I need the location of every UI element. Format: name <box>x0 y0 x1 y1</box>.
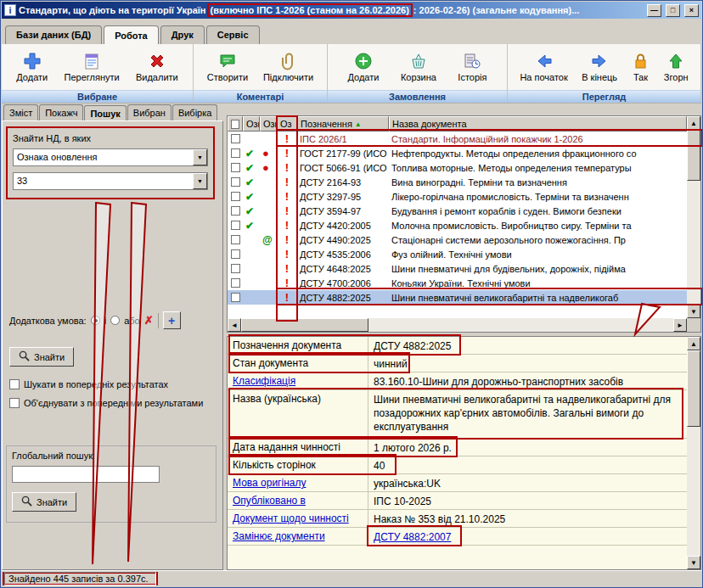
basket-button[interactable]: Корзина <box>397 50 440 84</box>
validity-document-link[interactable]: Документ щодо чинності <box>228 510 368 527</box>
scrollbar-thumb[interactable] <box>241 318 368 332</box>
checkbox-icon[interactable] <box>9 398 20 408</box>
scroll-up-icon[interactable]: ▲ <box>687 337 700 350</box>
add-favorite-button[interactable]: Додати <box>13 50 51 84</box>
header-ozn1[interactable]: Озн <box>243 116 260 132</box>
updated-check-icon <box>243 247 260 261</box>
table-row[interactable]: ✔ ! ДСТУ 4420:2005 Молочна промисловість… <box>228 218 687 232</box>
add-condition-button[interactable]: + <box>163 311 181 329</box>
radio-or[interactable] <box>110 316 120 325</box>
arrow-up-green-icon <box>666 52 685 70</box>
details-rows: Позначення документа ДСТУ 4882:2025 Стан… <box>228 337 687 546</box>
row-checkbox[interactable] <box>231 148 240 158</box>
row-checkbox[interactable] <box>231 278 240 288</box>
table-row-selected[interactable]: ! ДСТУ 4882:2025 Шини пневматичні велико… <box>228 290 687 305</box>
merge-previous-option[interactable]: Об'єднувати з попередніми результатами <box>9 398 203 408</box>
tab-selection[interactable]: Вибірка <box>172 104 218 120</box>
create-comment-button[interactable]: Створити <box>204 50 251 84</box>
search-field-combobox[interactable]: Ознака оновлення ▼ <box>13 148 208 166</box>
tab-print[interactable]: Друк <box>160 25 205 44</box>
collapse-button[interactable]: Згорн <box>661 50 692 84</box>
row-checkbox[interactable] <box>231 221 240 230</box>
scroll-up-icon[interactable]: ▲ <box>687 116 700 130</box>
tab-contents[interactable]: Зміст <box>3 104 38 120</box>
close-button[interactable]: × <box>684 4 699 17</box>
global-find-button[interactable]: Знайти <box>12 492 76 512</box>
row-checkbox[interactable] <box>231 163 240 172</box>
replaced-document-link[interactable]: ДСТУ 4882:2007 <box>368 528 687 545</box>
table-row[interactable]: ! ІПС 2026/1 Стандарти. Інформаційний по… <box>228 132 687 146</box>
original-language-link[interactable]: Мова оригіналу <box>228 474 368 491</box>
row-checkbox[interactable] <box>231 249 240 259</box>
clear-condition-icon[interactable]: ✗ <box>144 314 154 327</box>
table-row[interactable]: ! ДСТУ 4648:2025 Шини пневматичні для бу… <box>228 261 687 276</box>
row-checkbox[interactable] <box>231 235 240 244</box>
header-oz[interactable]: Оз <box>277 116 297 132</box>
search-value-combobox[interactable]: 33 ▼ <box>13 172 208 190</box>
dropdown-arrow-icon[interactable]: ▼ <box>193 173 207 189</box>
arrow-left-blue-icon <box>535 52 554 70</box>
global-search-input[interactable] <box>12 466 160 483</box>
row-checkbox[interactable] <box>231 264 240 273</box>
header-name[interactable]: Назва документа <box>389 116 687 132</box>
attach-comment-button[interactable]: Підключити <box>260 50 317 84</box>
scrollbar-thumb[interactable] <box>687 130 700 181</box>
classification-link[interactable]: Класифікація <box>228 372 368 389</box>
replaces-documents-link[interactable]: Замінює документи <box>228 528 368 545</box>
table-row[interactable]: ! ДСТУ 4535:2006 Фуз олійний. Технічні у… <box>228 247 687 261</box>
checkbox-icon[interactable] <box>9 379 20 389</box>
scroll-down-icon[interactable]: ▼ <box>687 556 700 569</box>
published-in-link[interactable]: Опубліковано в <box>228 492 368 509</box>
checkbox-icon[interactable] <box>231 120 239 129</box>
view-favorite-button[interactable]: Переглянути <box>61 50 123 84</box>
table-row[interactable]: ✔ ! ДСТУ 3297-95 Лікеро-горілчана промис… <box>228 189 687 204</box>
table-vertical-scrollbar[interactable]: ▲ ▼ <box>687 116 700 318</box>
scroll-down-icon[interactable]: ▼ <box>687 305 700 318</box>
minimize-button[interactable]: — <box>647 4 661 17</box>
table-row[interactable]: ✔ ! ДСТУ 2164-93 Вина виноградні. Термін… <box>228 175 687 189</box>
details-vertical-scrollbar[interactable]: ▲ ▼ <box>687 337 700 569</box>
left-panel-tabs: Зміст Покажч Пошук Вибран Вибірка <box>2 104 225 120</box>
tab-search[interactable]: Пошук <box>84 105 126 121</box>
mark-icon <box>260 132 277 146</box>
scroll-right-icon[interactable]: ► <box>673 318 687 332</box>
tab-databases[interactable]: Бази даних (БД) <box>5 25 102 44</box>
scrollbar-thumb[interactable] <box>687 350 700 427</box>
annotation-search-box: Знайти НД, в яких Ознака оновлення ▼ 33 … <box>6 126 215 199</box>
scroll-left-icon[interactable]: ◄ <box>228 318 241 332</box>
table-row[interactable]: ✔ ● ! ГОСТ 5066-91 (ИСО 3 Топлива моторн… <box>228 160 687 175</box>
find-button[interactable]: Знайти <box>9 347 74 367</box>
table-row[interactable]: ✔ ● ! ГОСТ 2177-99 (ИСО 3 Нефтепродукты.… <box>228 146 687 160</box>
search-previous-option[interactable]: Шукати в попередніх результатах <box>9 379 168 389</box>
detail-value-status: чинний <box>368 355 687 372</box>
row-checkbox[interactable] <box>231 293 240 302</box>
tab-chosen[interactable]: Вибран <box>127 104 172 120</box>
delete-favorite-button[interactable]: Видалити <box>132 50 182 84</box>
maximize-button[interactable]: □ <box>666 4 680 17</box>
dropdown-arrow-icon[interactable]: ▼ <box>193 149 207 165</box>
table-row[interactable]: @ ! ДСТУ 4490:2025 Стаціонарні системи а… <box>228 232 687 247</box>
radio-and[interactable] <box>91 316 100 325</box>
comment-bubble-icon <box>218 52 237 70</box>
go-first-button[interactable]: На початок <box>516 50 571 84</box>
table-row[interactable]: ✔ ! ДСТУ 3594-97 Будування і ремонт кора… <box>228 204 687 218</box>
go-last-button[interactable]: В кінець <box>578 50 621 84</box>
tab-service[interactable]: Сервіс <box>206 25 260 44</box>
row-checkbox[interactable] <box>231 192 240 201</box>
table-horizontal-scrollbar[interactable]: ◄ ► <box>228 318 687 332</box>
table-row[interactable]: ! ДСТУ 4700:2006 Коньяки України. Техніч… <box>228 276 687 290</box>
row-checkbox[interactable] <box>231 206 240 216</box>
header-checkbox[interactable] <box>228 116 243 132</box>
add-order-button[interactable]: Додати <box>345 50 383 84</box>
yes-button[interactable]: Так <box>627 50 653 84</box>
row-checkbox[interactable] <box>231 134 240 143</box>
header-code[interactable]: Позначення▲ <box>297 116 389 132</box>
updated-check-icon <box>243 276 260 290</box>
row-checkbox[interactable] <box>231 177 240 187</box>
doc-name: Шини пневматичні для будівельних, дорожн… <box>389 261 687 276</box>
tab-index[interactable]: Покажч <box>39 104 83 120</box>
history-button[interactable]: Історія <box>454 50 490 84</box>
toolbar: Додати Переглянути Видалити Вибране Ство… <box>2 44 701 104</box>
header-ozn2[interactable]: Озн <box>260 116 277 132</box>
tab-work[interactable]: Робота <box>104 25 159 45</box>
